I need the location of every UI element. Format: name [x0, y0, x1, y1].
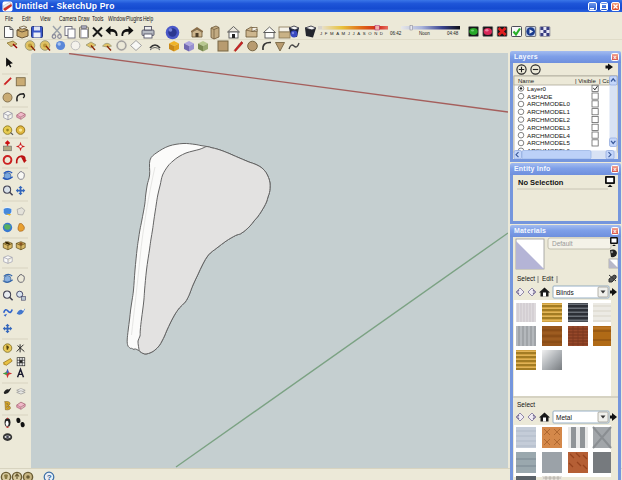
svg-text:Default: Default: [552, 240, 573, 247]
svg-text:ARCHMODEL3: ARCHMODEL3: [527, 124, 571, 131]
svg-text:Noon: Noon: [419, 31, 430, 36]
svg-text:ARCHMODEL0: ARCHMODEL0: [527, 100, 571, 107]
svg-text:04:48: 04:48: [447, 31, 459, 36]
svg-text:ARCHMODEL5: ARCHMODEL5: [527, 139, 571, 146]
svg-text:Name: Name: [518, 78, 535, 84]
svg-text:Select: Select: [517, 401, 535, 408]
svg-text:JFMAMJJASOND: JFMAMJJASOND: [320, 31, 386, 36]
svg-text:ASHADE: ASHADE: [527, 93, 552, 100]
svg-text:06:42: 06:42: [390, 31, 402, 36]
svg-text:ARCHMODEL1: ARCHMODEL1: [527, 108, 571, 115]
svg-text:Edit: Edit: [542, 275, 553, 282]
svg-text:Select: Select: [517, 275, 535, 282]
svg-text:Layer0: Layer0: [527, 85, 546, 92]
svg-text:?: ?: [47, 473, 52, 480]
svg-text:Metal: Metal: [556, 414, 572, 421]
svg-text:Blinds: Blinds: [556, 289, 574, 296]
svg-text:| Visible: | Visible: [575, 78, 596, 84]
svg-text:No Selection: No Selection: [518, 178, 564, 187]
svg-text:ARCHMODEL4: ARCHMODEL4: [527, 132, 571, 139]
svg-text:ARCHMODEL2: ARCHMODEL2: [527, 116, 571, 123]
